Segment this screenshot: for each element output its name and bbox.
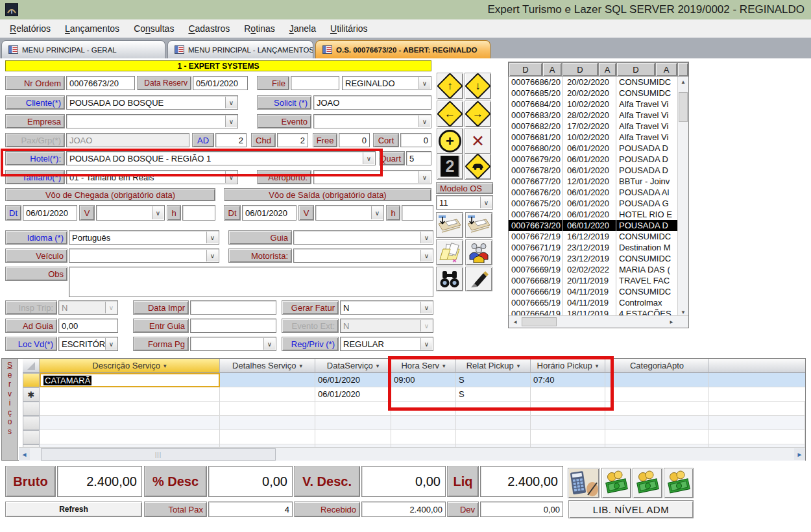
- cell-detalhes[interactable]: [220, 373, 315, 387]
- reg-priv-combo[interactable]: REGULAR∨: [340, 337, 433, 351]
- scroll-right-arrow-icon[interactable]: ►: [666, 317, 677, 327]
- free-field[interactable]: 0: [339, 133, 370, 147]
- os-list-row[interactable]: 00076670/1923/12/2019CONSUMIDC: [509, 253, 678, 264]
- grid-header-relat-pickup[interactable]: Relat Pickup▾: [456, 359, 531, 373]
- cell-detalhes[interactable]: [220, 387, 315, 402]
- os-list-row[interactable]: 00076674/2006/01/2020HOTEL RIO E: [509, 209, 678, 220]
- dev-value[interactable]: 0,00: [480, 502, 563, 517]
- combo-arrow-icon[interactable]: ∨: [105, 302, 117, 313]
- cell-dataservico[interactable]: 06/01/2020: [315, 373, 391, 387]
- cell-categoria-apto[interactable]: [605, 373, 709, 387]
- ad-guia-field[interactable]: 0,00: [58, 319, 118, 333]
- voo-chegada-voo-combo[interactable]: ∨: [96, 205, 165, 221]
- voo-saida-dt-field[interactable]: 06/01/2020: [242, 205, 297, 221]
- combo-arrow-icon[interactable]: ∨: [152, 206, 163, 219]
- combo-arrow-icon[interactable]: ∨: [418, 115, 430, 127]
- tab-os-00076673[interactable]: O.S. 00076673/20 - ABERT: REGINALDO: [315, 40, 490, 58]
- combo-arrow-icon[interactable]: ∨: [206, 232, 218, 243]
- os-list-column-header[interactable]: D: [509, 62, 542, 77]
- scroll-left-arrow-icon[interactable]: ◄: [19, 448, 30, 460]
- combo-arrow-icon[interactable]: ∨: [225, 115, 237, 127]
- file-field[interactable]: [291, 76, 339, 90]
- cell-descricao[interactable]: CATAMARÃ: [40, 373, 220, 387]
- combo-arrow-icon[interactable]: ∨: [206, 250, 218, 261]
- combo-arrow-icon[interactable]: ∨: [418, 77, 430, 89]
- voo-chegada-h-field[interactable]: [182, 205, 215, 221]
- veiculo-combo[interactable]: ∨: [69, 248, 219, 263]
- combo-arrow-icon[interactable]: ∨: [420, 320, 432, 332]
- grid-header-descricao[interactable]: Descrição Serviço▾: [40, 359, 220, 373]
- cell-descricao[interactable]: [40, 387, 220, 402]
- refresh-button[interactable]: Refresh: [5, 502, 142, 517]
- recebido-value[interactable]: 2.400,00: [361, 502, 446, 517]
- level-2-button[interactable]: 2: [437, 153, 463, 180]
- add-record-button[interactable]: +: [437, 128, 463, 154]
- aeroporto-combo[interactable]: ∨: [313, 170, 431, 184]
- print-os-2-button[interactable]: [465, 212, 492, 238]
- delete-record-button[interactable]: ✕: [465, 128, 491, 154]
- grid-header-dataservico[interactable]: DataServiço▾: [315, 359, 391, 373]
- os-list-row[interactable]: 00076683/2028/02/2020Alfa Travel Vi: [509, 110, 678, 121]
- scrollbar-thumb[interactable]: [679, 92, 688, 122]
- os-list-row[interactable]: 00076668/1920/11/2019TRAVEL FAC: [509, 275, 678, 286]
- os-list-row[interactable]: 00076673/2006/01/2020POUSADA D: [509, 220, 678, 231]
- move-right-button[interactable]: →: [465, 101, 491, 127]
- scroll-left-arrow-icon[interactable]: ◄: [510, 317, 520, 327]
- data-impr-field[interactable]: [190, 300, 276, 315]
- grid-header-horario-pickup[interactable]: Horário Pickup▾: [531, 359, 605, 373]
- hotel-combo[interactable]: POUSADA DO BOSQUE - REGIÃO 1∨: [66, 151, 376, 165]
- liq-value[interactable]: 2.400,00: [480, 466, 563, 497]
- os-list-row[interactable]: 00076671/1923/12/2019Destination M: [509, 242, 678, 253]
- entr-guia-field[interactable]: [190, 319, 276, 333]
- sign-pen-button[interactable]: [465, 267, 492, 291]
- cell-relat-pickup[interactable]: S: [456, 373, 531, 387]
- total-pax-value[interactable]: 4: [208, 502, 293, 517]
- os-list-row[interactable]: 00076685/2020/02/2020CONSUMIDC: [509, 88, 678, 99]
- empresa-combo[interactable]: ∨: [66, 114, 238, 128]
- os-list-column-header[interactable]: A: [655, 62, 677, 77]
- vehicle-sign-button[interactable]: [465, 153, 491, 180]
- perc-desc-value[interactable]: 0,00: [208, 466, 293, 497]
- cliente-combo[interactable]: POUSADA DO BOSQUE∨: [66, 95, 238, 110]
- grid-row-current[interactable]: CATAMARÃ 06/01/2020 09:00 S 07:40: [2, 373, 805, 387]
- grid-row-empty[interactable]: [2, 402, 805, 416]
- scrollbar-thumb[interactable]: [522, 317, 557, 326]
- os-list-row[interactable]: 00076678/2006/01/2020POUSADA D: [509, 165, 678, 176]
- combo-arrow-icon[interactable]: ∨: [371, 206, 383, 219]
- idioma-combo[interactable]: Português∨: [69, 230, 219, 245]
- payment-button-3[interactable]: [664, 468, 694, 498]
- guia-combo[interactable]: ∨: [293, 230, 433, 245]
- quart-field[interactable]: 5: [406, 151, 431, 165]
- move-up-button[interactable]: ↑: [437, 73, 463, 99]
- combo-arrow-icon[interactable]: ∨: [363, 152, 374, 164]
- bruto-value[interactable]: 2.400,00: [57, 466, 142, 497]
- folder-documents-button[interactable]: [436, 239, 463, 265]
- voo-saida-h-field[interactable]: [402, 205, 433, 221]
- scroll-up-arrow-icon[interactable]: ▲: [678, 77, 688, 87]
- tab-menu-principal-geral[interactable]: MENU PRINCIPAL - GERAL: [1, 40, 165, 58]
- os-list-vertical-scrollbar[interactable]: ▲ ▼: [677, 77, 688, 317]
- tarifario-combo[interactable]: 01 - Tarifário em Reais∨: [66, 170, 238, 184]
- os-list-row[interactable]: 00076681/2010/02/2020Alfa Travel Vi: [509, 132, 678, 143]
- cell-hora-serv[interactable]: 09:00: [391, 373, 456, 387]
- combo-arrow-icon[interactable]: ∨: [420, 338, 432, 350]
- os-list-row[interactable]: 00076676/2006/01/2020POUSADA Al: [509, 187, 678, 198]
- scrollbar-thumb[interactable]: |||: [41, 448, 276, 461]
- menu-item-utilitrios[interactable]: Utilitários: [323, 23, 375, 34]
- data-reserv-field[interactable]: 05/01/2020: [193, 76, 248, 90]
- v-desc-value[interactable]: 0,00: [361, 466, 446, 497]
- os-list-row[interactable]: 00076686/2020/02/2020CONSUMIDC: [509, 77, 678, 88]
- os-list-row[interactable]: 00076672/1916/12/2019CONSUMIDC: [509, 231, 678, 242]
- combo-arrow-icon[interactable]: ∨: [225, 171, 237, 183]
- search-button[interactable]: [436, 267, 463, 291]
- evento-combo[interactable]: ∨: [313, 114, 431, 128]
- menu-item-janela[interactable]: Janela: [282, 23, 323, 34]
- payment-button-1[interactable]: [601, 468, 631, 498]
- calculate-button[interactable]: [568, 468, 599, 498]
- combo-arrow-icon[interactable]: ∨: [105, 338, 117, 350]
- os-list-column-header[interactable]: A: [542, 62, 562, 77]
- os-list-row[interactable]: 00076675/2006/01/2020POUSADA G: [509, 198, 678, 209]
- lib-nivel-adm-button[interactable]: LIB. NÍVEL ADM: [568, 500, 694, 518]
- grid-corner-header[interactable]: [23, 359, 40, 373]
- cort-field[interactable]: 0: [400, 133, 431, 147]
